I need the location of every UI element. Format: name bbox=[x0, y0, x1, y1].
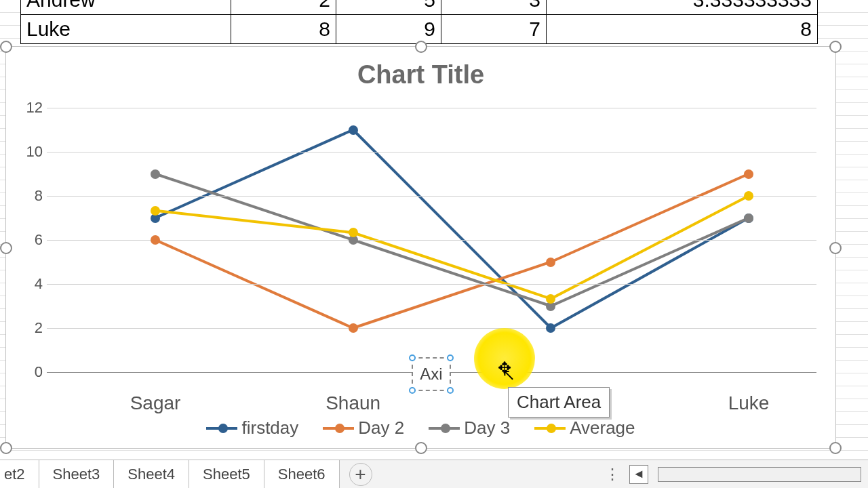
chart-object[interactable]: Chart Title 024681012SagarShaunAndrewLuk… bbox=[5, 46, 836, 449]
cell-name[interactable]: Andrew bbox=[21, 0, 231, 15]
cell-avg[interactable]: 8 bbox=[547, 15, 818, 44]
sheet-tab[interactable]: Sheet4 bbox=[114, 460, 189, 488]
gridline bbox=[47, 152, 816, 152]
resize-handle[interactable] bbox=[0, 442, 12, 454]
chart-tooltip: Chart Area bbox=[508, 387, 610, 418]
legend-item[interactable]: firstday bbox=[206, 418, 298, 439]
cell[interactable]: 7 bbox=[441, 15, 547, 44]
add-sheet-button[interactable]: + bbox=[349, 463, 372, 486]
y-tick-label: 12 bbox=[22, 99, 43, 117]
y-tick-label: 4 bbox=[22, 275, 43, 293]
chart-title[interactable]: Chart Title bbox=[6, 60, 835, 89]
data-point[interactable] bbox=[349, 323, 358, 333]
gridline bbox=[47, 240, 816, 241]
y-tick-label: 6 bbox=[22, 231, 43, 249]
gridline bbox=[47, 284, 816, 285]
data-point[interactable] bbox=[349, 228, 358, 237]
data-point[interactable] bbox=[151, 235, 160, 245]
plot-area[interactable]: 024681012SagarShaunAndrewLuke bbox=[47, 108, 816, 372]
cell[interactable]: 2 bbox=[231, 0, 336, 15]
legend-swatch bbox=[534, 427, 566, 430]
data-table[interactable]: Andrew 2 5 3 3.333333333 Luke 8 9 7 8 bbox=[20, 0, 818, 44]
data-point[interactable] bbox=[151, 169, 160, 179]
legend-label: Day 2 bbox=[358, 418, 404, 439]
gridline bbox=[47, 108, 816, 108]
y-tick-label: 10 bbox=[22, 143, 43, 161]
x-tick-label: Luke bbox=[728, 392, 770, 414]
gridline bbox=[47, 328, 816, 329]
sheet-tab[interactable]: Sheet5 bbox=[189, 460, 264, 488]
cell[interactable]: 9 bbox=[336, 15, 441, 44]
y-tick-label: 0 bbox=[22, 363, 43, 381]
sheet-tab[interactable]: Sheet3 bbox=[39, 460, 115, 488]
x-tick-label: Sagar bbox=[130, 392, 181, 414]
y-tick-label: 8 bbox=[22, 187, 43, 205]
table-row: Andrew 2 5 3 3.333333333 bbox=[21, 0, 818, 15]
legend-label: Average bbox=[570, 418, 635, 439]
cell[interactable]: 3 bbox=[441, 0, 547, 15]
resize-handle[interactable] bbox=[829, 242, 842, 254]
sheet-tab[interactable]: Sheet6 bbox=[264, 460, 340, 488]
resize-handle[interactable] bbox=[415, 41, 427, 53]
data-point[interactable] bbox=[546, 258, 555, 267]
data-point[interactable] bbox=[744, 191, 753, 201]
gridline bbox=[47, 196, 816, 197]
resize-handle[interactable] bbox=[829, 41, 842, 53]
table-row: Luke 8 9 7 8 bbox=[21, 15, 818, 44]
legend-item[interactable]: Day 2 bbox=[323, 418, 404, 439]
axis-title-text: Axi bbox=[420, 365, 442, 384]
chart-legend[interactable]: firstdayDay 2Day 3Average bbox=[6, 418, 835, 439]
legend-label: Day 3 bbox=[464, 418, 510, 439]
data-point[interactable] bbox=[546, 294, 555, 304]
resize-handle[interactable] bbox=[0, 242, 12, 254]
data-point[interactable] bbox=[744, 214, 753, 223]
data-point[interactable] bbox=[349, 125, 358, 135]
data-point[interactable] bbox=[151, 206, 160, 216]
legend-item[interactable]: Day 3 bbox=[429, 418, 510, 439]
cell[interactable]: 8 bbox=[231, 15, 336, 44]
move-cursor-icon: ✥↖ bbox=[498, 359, 518, 379]
tab-overflow-icon[interactable]: ⋮ bbox=[605, 466, 620, 483]
resize-handle[interactable] bbox=[0, 41, 12, 53]
data-point[interactable] bbox=[744, 169, 753, 179]
horizontal-scrollbar[interactable] bbox=[658, 467, 861, 482]
resize-handle[interactable] bbox=[829, 442, 842, 454]
cell[interactable]: 5 bbox=[336, 0, 441, 15]
axis-title-editbox[interactable]: Axi bbox=[412, 357, 451, 391]
x-tick-label: Shaun bbox=[326, 392, 380, 414]
legend-item[interactable]: Average bbox=[534, 418, 635, 439]
scroll-left-button[interactable]: ◄ bbox=[629, 465, 648, 484]
cell-name[interactable]: Luke bbox=[21, 15, 231, 44]
sheet-tab[interactable]: et2 bbox=[0, 460, 39, 488]
sheet-tab-bar: et2 Sheet3 Sheet4 Sheet5 Sheet6 + ⋮ ◄ bbox=[0, 460, 868, 488]
legend-swatch bbox=[429, 427, 460, 430]
legend-swatch bbox=[206, 427, 237, 430]
cell-avg[interactable]: 3.333333333 bbox=[547, 0, 818, 15]
y-tick-label: 2 bbox=[22, 319, 43, 337]
resize-handle[interactable] bbox=[415, 442, 427, 454]
legend-label: firstday bbox=[241, 418, 298, 439]
legend-swatch bbox=[323, 427, 354, 430]
